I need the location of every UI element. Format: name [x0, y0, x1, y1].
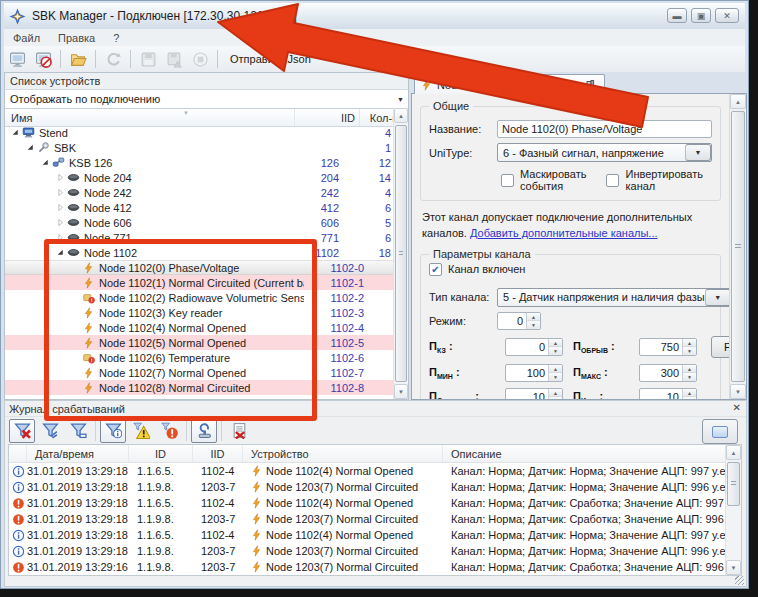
event-row[interactable]: 31.01.2019 13:29:18 1.1.9.8. 1203-7 Node… — [9, 543, 725, 559]
column-description[interactable]: Описание — [443, 445, 725, 462]
view-mode-select[interactable]: Отображать по подключению ▼ — [5, 90, 408, 109]
tree-scrollbar[interactable]: ▲ ▼ — [393, 108, 408, 399]
calculate-button[interactable]: Рассчитать — [711, 336, 729, 358]
spin-up-icon[interactable]: ▲ — [549, 389, 562, 398]
tree-item[interactable]: Stend 4 — [5, 125, 393, 140]
column-iid[interactable]: IID — [295, 109, 360, 126]
filter-info-button[interactable] — [100, 419, 126, 443]
tab-node-1102-0[interactable]: Node 1102(0) Phase/Voltage — [414, 74, 605, 94]
spin-up-icon[interactable]: ▲ — [683, 389, 696, 398]
tree-scroll-thumb[interactable] — [395, 125, 407, 382]
filter-warning-button[interactable] — [128, 419, 154, 443]
spin-down-icon[interactable]: ▼ — [549, 347, 562, 355]
editor-scrollbar[interactable]: ▲ ▼ — [729, 94, 746, 399]
event-table-scrollbar[interactable]: ▲ ▼ — [725, 445, 741, 575]
expander-open-icon[interactable] — [9, 128, 21, 137]
tree-item[interactable]: Node 606 606 5 — [5, 215, 393, 230]
journal-close-icon[interactable]: ✕ — [733, 402, 741, 413]
mask-events-checkbox[interactable] — [501, 174, 514, 187]
mode-stepper[interactable]: 0 ▲▼ — [497, 312, 541, 330]
event-scroll-thumb[interactable] — [727, 462, 740, 506]
event-row[interactable]: 31.01.2019 13:29:18 1.1.9.8. 1203-7 Node… — [9, 479, 725, 495]
spin-down-icon[interactable]: ▼ — [527, 321, 540, 329]
tree-item[interactable]: Node 242 242 4 — [5, 185, 393, 200]
journal-panel-button[interactable] — [702, 419, 738, 444]
spin-up-icon[interactable]: ▲ — [683, 339, 696, 348]
filter-custom-button[interactable] — [65, 419, 91, 443]
expander-open-icon[interactable] — [39, 158, 51, 167]
channel-enabled-checkbox[interactable]: ✔ — [429, 263, 442, 276]
expander-open-icon[interactable] — [24, 143, 36, 152]
event-row[interactable]: 31.01.2019 13:29:18 1.1.9.8. 1203-7 Node… — [9, 511, 725, 527]
spin-down-icon[interactable]: ▼ — [683, 397, 696, 399]
spin-down-icon[interactable]: ▼ — [683, 347, 696, 355]
open-folder-button[interactable] — [66, 48, 90, 70]
event-row[interactable]: 31.01.2019 13:29:18 1.1.6.5. 1102-4 Node… — [9, 463, 725, 479]
param-obryv-stepper[interactable]: 750 ▲▼ — [639, 338, 697, 356]
column-datetime[interactable]: Дата/время — [27, 445, 129, 462]
tree-item[interactable]: Node 204 204 14 — [5, 170, 393, 185]
column-id[interactable]: ID — [129, 445, 193, 462]
event-row[interactable]: 31.01.2019 13:29:18 1.1.6.5. 1102-4 Node… — [9, 527, 725, 543]
menu-item-?[interactable]: ? — [104, 31, 128, 45]
event-datetime: 31.01.2019 13:29:18 — [27, 497, 129, 509]
scroll-up-icon[interactable]: ▲ — [394, 108, 408, 123]
event-iid: 1203-7 — [193, 545, 243, 557]
unitype-select[interactable]: 6 - Фазный сигнал, напряжение ▼ — [497, 143, 712, 162]
scroll-up-icon[interactable]: ▲ — [726, 445, 741, 460]
scroll-up-icon[interactable]: ▲ — [730, 94, 746, 109]
channel-type-select[interactable]: 5 - Датчик напряжения и наличия фазы ▼ — [497, 288, 729, 307]
expander-closed-icon[interactable] — [54, 203, 66, 212]
scroll-down-icon[interactable]: ▼ — [730, 384, 746, 399]
param-min-stepper[interactable]: 100 ▲▼ — [505, 364, 563, 382]
tree-item[interactable]: Node 412 412 6 — [5, 200, 393, 215]
title-bar[interactable]: SBK Manager - Подключен [172.30.30.121:4… — [4, 3, 745, 29]
param-label: ПМАКС : — [573, 366, 639, 380]
connect-button[interactable] — [5, 48, 29, 70]
param-max-stepper[interactable]: 300 ▲▼ — [639, 364, 697, 382]
scroll-down-icon[interactable]: ▼ — [394, 384, 408, 399]
pin-icon[interactable] — [582, 80, 596, 90]
spin-up-icon[interactable]: ▲ — [527, 313, 540, 322]
maximize-button[interactable]: ▣ — [691, 8, 711, 23]
param-izm-stepper[interactable]: 10 ▲▼ — [639, 388, 697, 399]
spin-up-icon[interactable]: ▲ — [549, 365, 562, 374]
event-row[interactable]: 31.01.2019 13:29:18 1.1.6.5. 1102-4 Node… — [9, 495, 725, 511]
info-icon — [9, 465, 27, 478]
event-row[interactable]: 31.01.2019 13:29:16 1.1.9.8. 1203-7 Node… — [9, 559, 725, 575]
column-name[interactable]: Имя — [5, 109, 295, 126]
add-channels-link[interactable]: Добавить дополнительные каналы... — [470, 227, 658, 239]
menu-item-Файл[interactable]: Файл — [4, 31, 49, 45]
scroll-down-icon[interactable]: ▼ — [726, 560, 741, 575]
minimize-button[interactable]: ▬ — [667, 8, 687, 23]
channel-type-label: Тип канала: — [429, 291, 497, 303]
filter-clear-button[interactable] — [9, 419, 35, 443]
filter-alarm-button[interactable] — [156, 419, 182, 443]
column-device[interactable]: Устройство — [243, 445, 443, 462]
clear-log-button[interactable] — [226, 419, 252, 443]
event-device: Node 1102(4) Normal Opened — [243, 465, 443, 477]
filter-actuation-button[interactable] — [191, 419, 217, 443]
resize-grip[interactable] — [735, 576, 744, 585]
spin-down-icon[interactable]: ▼ — [683, 373, 696, 381]
close-button[interactable]: ✕ — [715, 8, 739, 23]
tree-item[interactable]: KSB 126 126 12 — [5, 155, 393, 170]
param-skor-stepper[interactable]: 10 ▲▼ — [505, 388, 563, 399]
filter-previous-button[interactable] — [37, 419, 63, 443]
editor-scroll-thumb[interactable] — [731, 111, 745, 382]
expander-closed-icon[interactable] — [54, 218, 66, 227]
expander-closed-icon[interactable] — [54, 188, 66, 197]
expander-closed-icon[interactable] — [54, 173, 66, 182]
spin-down-icon[interactable]: ▼ — [549, 373, 562, 381]
invert-channel-checkbox[interactable] — [606, 174, 619, 187]
spin-down-icon[interactable]: ▼ — [549, 397, 562, 399]
name-field[interactable]: Node 1102(0) Phase/Voltage — [497, 120, 712, 138]
menu-item-Правка[interactable]: Правка — [49, 31, 104, 45]
tree-item[interactable]: SBK 1 — [5, 140, 393, 155]
param-kz-stepper[interactable]: 0 ▲▼ — [505, 338, 563, 356]
spin-up-icon[interactable]: ▲ — [683, 365, 696, 374]
send-json-button[interactable]: Отправить Json — [222, 51, 319, 67]
disconnect-button[interactable] — [31, 48, 55, 70]
spin-up-icon[interactable]: ▲ — [549, 339, 562, 348]
column-iid[interactable]: IID — [193, 445, 243, 462]
